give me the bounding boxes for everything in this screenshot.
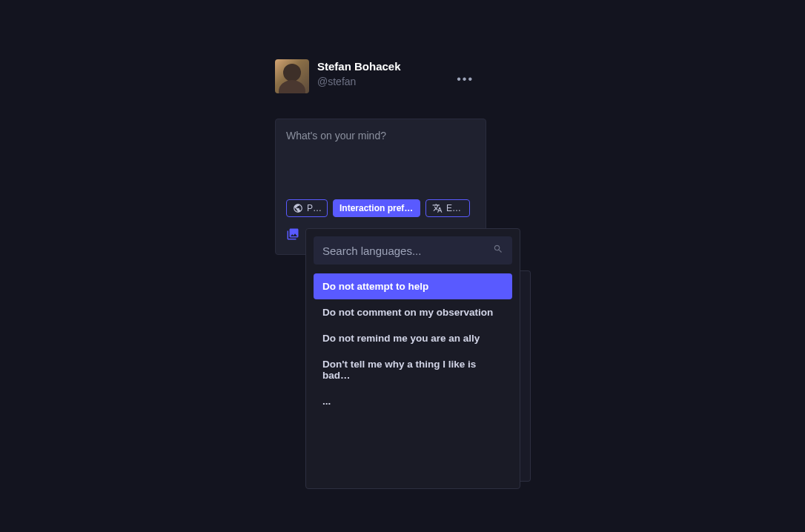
compose-container: Stefan Bohacek @stefan ••• What's on you… xyxy=(275,59,520,255)
user-info: Stefan Bohacek @stefan xyxy=(317,59,401,87)
option-list: Do not attempt to help Do not comment on… xyxy=(314,273,512,414)
dropdown-spacer xyxy=(314,414,512,481)
interaction-pill[interactable]: Interaction prefe… xyxy=(333,199,420,217)
search-box[interactable]: Search languages... xyxy=(314,236,512,265)
user-handle: @stefan xyxy=(317,76,401,87)
search-icon xyxy=(493,244,503,257)
pill-row: P… Interaction prefe… En… xyxy=(286,199,475,217)
search-input[interactable]: Search languages... xyxy=(322,245,421,257)
option-item[interactable]: Do not attempt to help xyxy=(314,273,512,299)
globe-icon xyxy=(293,203,303,213)
media-icon[interactable] xyxy=(286,227,299,244)
display-name: Stefan Bohacek xyxy=(317,60,401,73)
more-options-button[interactable]: ••• xyxy=(457,73,474,86)
compose-header: Stefan Bohacek @stefan ••• xyxy=(275,59,520,93)
option-item[interactable]: Do not remind me you are an ally xyxy=(314,325,512,351)
avatar[interactable] xyxy=(275,59,309,93)
option-item[interactable]: Do not comment on my observation xyxy=(314,299,512,325)
language-label: En… xyxy=(446,203,463,213)
language-pill[interactable]: En… xyxy=(425,199,470,217)
privacy-label: P… xyxy=(307,203,321,213)
option-item[interactable]: Don't tell me why a thing I like is bad… xyxy=(314,351,512,388)
interaction-label: Interaction prefe… xyxy=(339,203,414,213)
privacy-pill[interactable]: P… xyxy=(286,199,328,217)
language-dropdown: Search languages... Do not attempt to he… xyxy=(305,228,520,489)
translate-icon xyxy=(432,203,443,213)
compose-textarea[interactable]: What's on your mind? xyxy=(286,130,475,193)
option-item[interactable]: ... xyxy=(314,388,512,414)
